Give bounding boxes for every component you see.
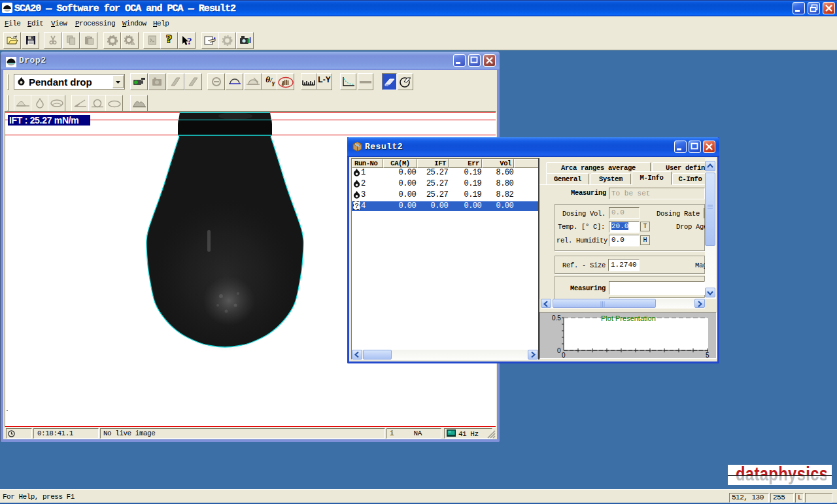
svg-text:?: ? bbox=[187, 36, 192, 46]
